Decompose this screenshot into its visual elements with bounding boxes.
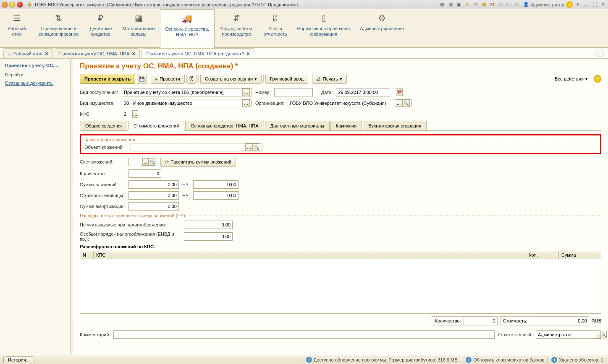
tab-fixed-assets[interactable]: Основные средства, НМА, НПА <box>185 121 264 130</box>
favorite-star-icon[interactable]: ★ <box>27 1 32 8</box>
create-based-button[interactable]: Создать на основании ▾ <box>200 74 262 84</box>
tab-precious[interactable]: Драгоценные материалы <box>265 121 330 130</box>
sidebar-go: Перейти <box>2 70 68 79</box>
sidebar: Принятие к учету ОС,... Перейти Связанны… <box>0 59 71 355</box>
recalc-button[interactable]: ⟳Рассчитать сумму вложений <box>160 157 236 167</box>
close-icon[interactable]: ✕ <box>600 1 606 8</box>
save-close-button[interactable]: Провести и закрыть <box>80 74 135 84</box>
ribbon-services[interactable]: ⇵Услуги, работы, производство <box>215 9 258 47</box>
dtkt-button[interactable]: ДтКт <box>186 74 197 84</box>
responsible-field[interactable]: …🔍 <box>536 330 601 339</box>
sidebar-related-docs[interactable]: Связанные документы <box>2 79 68 87</box>
lookup-button[interactable]: 🔍 <box>402 99 410 107</box>
ellipsis-button[interactable]: … <box>132 110 138 118</box>
investment-object-field[interactable]: …🔍 <box>131 143 262 151</box>
qty-field[interactable] <box>128 169 161 178</box>
sidebar-title[interactable]: Принятие к учету ОС,... <box>2 60 68 70</box>
date-field[interactable]: 📅 <box>336 88 390 96</box>
ribbon-desktop[interactable]: ☰Рабочий стол <box>0 9 34 47</box>
asset-type-field[interactable]: … <box>122 99 252 107</box>
m-plus-icon[interactable]: M+ <box>506 1 513 8</box>
m-icon[interactable]: M <box>498 1 504 8</box>
ribbon-materials[interactable]: ▦Материальные запасы <box>118 9 160 47</box>
calendar-button[interactable]: 📅 <box>396 88 403 96</box>
calc-icon[interactable]: ▦ <box>481 1 487 8</box>
tab-create[interactable]: Принятие к учету ОС, НМА, НПА (создание)… <box>142 48 254 58</box>
status-bank[interactable]: iОбновить классификатор банков <box>466 357 544 363</box>
save-button[interactable]: 💾 <box>137 74 147 84</box>
tab-close[interactable]: × <box>45 50 48 57</box>
calendar-icon[interactable]: 31 <box>489 1 496 8</box>
tab-desktop[interactable]: ⌂ Рабочий стол × <box>3 48 53 58</box>
ellipsis-button[interactable]: … <box>596 331 601 338</box>
sum-field[interactable] <box>128 180 179 189</box>
titlebar-icon-3[interactable]: ▣ <box>456 1 462 8</box>
m-minus-icon[interactable]: M- <box>514 1 521 8</box>
lookup-button[interactable]: 🔍 <box>601 331 607 338</box>
ribbon-accounting[interactable]: Дт КтУчет и отчетность <box>258 9 292 47</box>
comment-field[interactable] <box>113 330 495 339</box>
tab-general[interactable]: Общие сведения <box>80 121 127 130</box>
star-icon[interactable]: ★ <box>464 1 471 8</box>
receipt-type-field[interactable]: … <box>122 88 252 96</box>
special-label: Особый порядок налогообложения (ЕНВД и п… <box>80 231 181 242</box>
window-btn-fwd[interactable] <box>17 2 23 8</box>
window-btn-back[interactable] <box>9 2 15 8</box>
chevron-down-icon[interactable]: ▾ <box>574 1 581 8</box>
history-icon[interactable]: ⟳ <box>472 1 479 8</box>
col-qty[interactable]: Кол. <box>526 251 559 259</box>
ribbon-reference[interactable]: ▯Нормативно-справочная информация <box>292 9 355 47</box>
lookup-button[interactable]: 🔍 <box>253 143 260 151</box>
all-actions-button[interactable]: Все действия ▾ <box>550 74 592 84</box>
user-icon[interactable]: 👤 <box>523 1 529 8</box>
group-input-button[interactable]: Групповой ввод <box>265 74 308 84</box>
special-field[interactable] <box>184 232 233 241</box>
grid-icon: ▦ <box>135 13 143 23</box>
expenses-legend: Расходы, не включенные в сумму вложений … <box>80 213 185 218</box>
nontax-field[interactable] <box>184 221 233 229</box>
post-button[interactable]: ▸Провести <box>151 74 185 84</box>
titlebar-icon-1[interactable]: ▤ <box>439 1 446 8</box>
currency: RUB <box>592 318 601 323</box>
col-kps[interactable]: КПС <box>94 251 526 259</box>
ellipsis-button[interactable]: … <box>242 99 250 107</box>
titlebar-icon-2[interactable]: ▥ <box>447 1 454 8</box>
status-update[interactable]: iДоступно обновление программы. Размер д… <box>306 357 459 363</box>
unit-cost-field[interactable] <box>128 191 179 200</box>
ellipsis-button[interactable]: … <box>245 143 253 151</box>
ellipsis-button[interactable]: … <box>395 99 402 107</box>
lookup-button[interactable]: 🔍 <box>149 158 155 166</box>
history-button[interactable]: История... <box>3 356 34 363</box>
tabs-expand[interactable]: ⌄ <box>596 49 604 57</box>
ribbon-planning[interactable]: ⇅Планирование и санкционирование <box>34 9 84 47</box>
menu-icon: ☰ <box>13 13 21 23</box>
tab-operation[interactable]: Бухгалтерская операция <box>363 121 427 130</box>
ellipsis-button[interactable]: … <box>142 158 149 166</box>
amort-field[interactable] <box>128 202 179 211</box>
tab-close[interactable]: × <box>246 50 250 57</box>
tab-investment-cost[interactable]: Стоимость вложений <box>128 121 184 131</box>
account-field[interactable]: …🔍 <box>128 158 157 166</box>
ribbon-money[interactable]: ₽Денежные средства <box>84 9 118 47</box>
nu2-field[interactable] <box>193 191 238 200</box>
minimize-icon[interactable]: — <box>583 1 590 8</box>
maximize-icon[interactable]: ⛶ <box>591 1 598 8</box>
print-button[interactable]: 🖨Печать ▾ <box>312 74 347 84</box>
help-icon[interactable]: ? <box>594 75 601 83</box>
info-icon[interactable]: i <box>566 1 573 8</box>
window-btn-1c[interactable] <box>2 2 8 8</box>
tab-commission[interactable]: Комиссия <box>330 121 362 130</box>
tab-list[interactable]: Принятия к учету ОС, НМА, НПА × <box>55 48 140 58</box>
col-sum[interactable]: Сумма <box>559 251 601 259</box>
number-field[interactable] <box>274 88 313 96</box>
tab-close[interactable]: × <box>132 50 135 57</box>
status-deleted[interactable]: iУдалено объектов: 1. <box>551 357 605 363</box>
col-n[interactable]: N <box>80 251 94 259</box>
nu1-field[interactable] <box>193 180 238 189</box>
ribbon-admin[interactable]: ⚙Администрирование <box>355 9 409 47</box>
ribbon-fixed-assets[interactable]: 🚚Основные средства, НМА, НПА <box>160 9 215 48</box>
org-field[interactable]: …🔍 <box>288 99 412 107</box>
ellipsis-button[interactable]: … <box>242 88 250 96</box>
kfo-field[interactable]: … <box>122 110 140 118</box>
kps-body[interactable] <box>80 259 601 313</box>
